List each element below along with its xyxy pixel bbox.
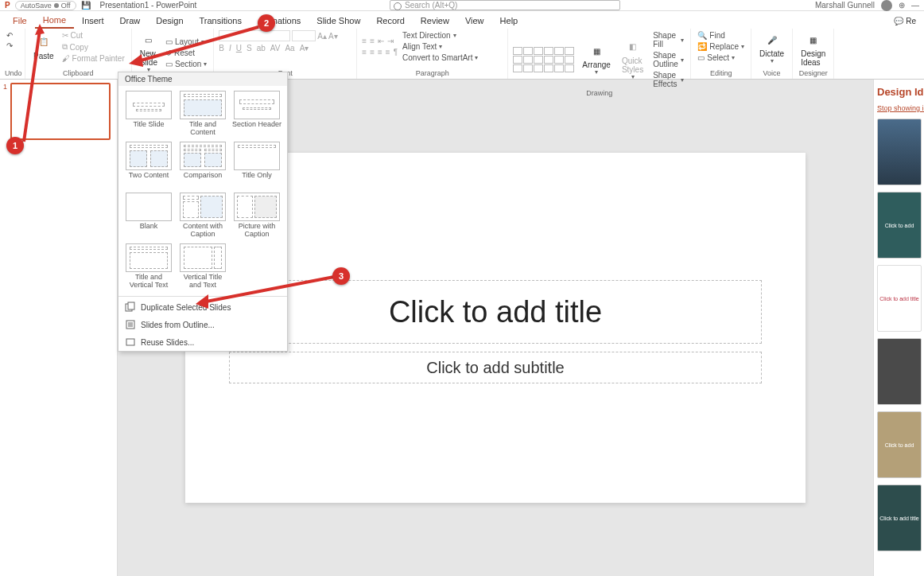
- select-button[interactable]: ▭ Select: [696, 53, 746, 63]
- grow-font-icon[interactable]: A▴: [317, 32, 327, 41]
- duplicate-icon: [125, 302, 136, 313]
- idea-card-2[interactable]: Click to add: [877, 192, 922, 259]
- bullets-icon[interactable]: ≡: [362, 37, 367, 45]
- reuse-slides-item[interactable]: Reuse Slides...: [118, 333, 287, 351]
- convert-smartart-button[interactable]: Convert to SmartArt: [401, 53, 479, 63]
- change-case-button[interactable]: Aa: [285, 44, 294, 53]
- comments-label: Re: [906, 17, 916, 25]
- select-label: Select: [707, 53, 729, 62]
- tab-review[interactable]: Review: [413, 14, 457, 28]
- window-max-icon[interactable]: —: [911, 1, 919, 10]
- callout-2: 2: [258, 14, 275, 32]
- align-text-button[interactable]: Align Text: [401, 41, 479, 52]
- arrange-icon: ▦: [588, 43, 604, 59]
- layout-picture-caption[interactable]: Picture with Caption: [231, 193, 282, 239]
- user-name[interactable]: Marshall Gunnell: [815, 1, 875, 10]
- svg-line-9: [135, 27, 258, 62]
- arrange-button[interactable]: ▦Arrange: [579, 41, 614, 78]
- design-ideas-button[interactable]: ▦Design Ideas: [798, 30, 829, 68]
- ideas-title: Design Ideas: [877, 86, 921, 98]
- tab-slideshow[interactable]: Slide Show: [309, 14, 368, 28]
- replace-label: Replace: [709, 42, 739, 51]
- autosave-dot-icon: [54, 3, 59, 8]
- shrink-font-icon[interactable]: A▾: [328, 32, 338, 41]
- shape-outline-button[interactable]: Shape Outline: [651, 50, 685, 69]
- line-spacing-icon[interactable]: ¶: [394, 48, 398, 56]
- search-placeholder: Search (Alt+Q): [405, 1, 457, 10]
- font-color-button[interactable]: A▾: [300, 44, 309, 53]
- ideas-stop-link[interactable]: Stop showing ideas for: [877, 104, 921, 112]
- idea-card-1[interactable]: [877, 119, 922, 185]
- subtitle-placeholder[interactable]: Click to add subtitle: [229, 352, 762, 383]
- svg-line-11: [202, 277, 334, 302]
- svg-marker-10: [129, 54, 143, 67]
- svg-marker-12: [196, 294, 208, 309]
- tab-record[interactable]: Record: [368, 14, 412, 28]
- align-left-icon[interactable]: ≡: [362, 48, 367, 56]
- callout-1: 1: [6, 137, 24, 154]
- layout-blank[interactable]: Blank: [123, 193, 174, 239]
- designer-group-label: Designer: [798, 69, 829, 79]
- tab-help[interactable]: Help: [492, 14, 526, 28]
- outline-icon: [125, 319, 136, 330]
- convert-smartart-label: Convert to SmartArt: [402, 53, 472, 62]
- callout-3: 3: [332, 267, 350, 285]
- idea-card-6[interactable]: Click to add title: [877, 485, 922, 551]
- svg-rect-1: [128, 302, 134, 309]
- slide-panel[interactable]: 1: [0, 80, 118, 576]
- find-button[interactable]: 🔍 Find: [696, 30, 746, 41]
- layout-label: Title and Vertical Text: [123, 274, 174, 290]
- indent-less-icon[interactable]: ⇤: [378, 37, 384, 45]
- voice-group-label: Voice: [756, 69, 787, 79]
- idea-card-3[interactable]: Click to add title: [877, 265, 922, 332]
- dictate-button[interactable]: 🎤Dictate: [756, 30, 787, 67]
- align-center-icon[interactable]: ≡: [370, 48, 375, 56]
- layout-label: Title Only: [242, 172, 272, 188]
- layout-label: Blank: [140, 223, 158, 239]
- layout-content-caption[interactable]: Content with Caption: [177, 193, 228, 239]
- comments-button[interactable]: 💬 Re: [891, 15, 919, 27]
- app-icon: P: [5, 1, 10, 10]
- arrow-3: [191, 270, 350, 310]
- dictate-label: Dictate: [759, 49, 784, 58]
- replace-button[interactable]: 🔁 Replace: [696, 41, 746, 52]
- title-bar: P AutoSave Off 💾 Presentation1 - PowerPo…: [0, 0, 924, 11]
- svg-rect-6: [126, 339, 134, 345]
- autosave-label: AutoSave: [21, 2, 52, 10]
- justify-icon[interactable]: ≡: [386, 48, 390, 56]
- numbering-icon[interactable]: ≡: [370, 37, 375, 45]
- editing-group-label: Editing: [696, 69, 746, 79]
- text-direction-label: Text Direction: [402, 31, 451, 40]
- layout-title-vertical-text[interactable]: Title and Vertical Text: [123, 243, 174, 290]
- char-spacing-button[interactable]: AV: [270, 44, 281, 53]
- shape-fill-button[interactable]: Shape Fill: [651, 30, 685, 49]
- reuse-icon: [125, 337, 136, 348]
- idea-card-5[interactable]: Click to add: [877, 411, 922, 478]
- align-text-label: Align Text: [402, 42, 437, 51]
- search-input[interactable]: Search (Alt+Q): [390, 0, 620, 10]
- window-min-icon[interactable]: ⊕: [899, 1, 905, 10]
- find-label: Find: [709, 31, 724, 40]
- quick-styles-icon: ◧: [625, 39, 641, 55]
- indent-more-icon[interactable]: ⇥: [387, 37, 394, 45]
- quick-styles-button[interactable]: ◧Quick Styles: [619, 37, 646, 83]
- text-direction-button[interactable]: Text Direction: [401, 30, 479, 41]
- avatar[interactable]: [881, 0, 892, 11]
- layout-label: Two Content: [129, 172, 169, 188]
- doc-title: Presentation1 - PowerPoint: [100, 1, 197, 10]
- slides-from-outline-item[interactable]: Slides from Outline...: [118, 316, 287, 333]
- paragraph-group-label: Paragraph: [362, 69, 503, 79]
- arrange-label: Arrange: [582, 60, 611, 69]
- shape-outline-label: Shape Outline: [653, 51, 678, 68]
- shape-gallery[interactable]: [513, 47, 574, 72]
- autosave-toggle[interactable]: AutoSave Off: [15, 1, 76, 10]
- slide-thumb-number: 1: [3, 83, 7, 140]
- design-ideas-icon: ▦: [806, 32, 821, 48]
- layout-label: Picture with Caption: [231, 223, 282, 239]
- tab-view[interactable]: View: [457, 14, 492, 28]
- idea-card-4[interactable]: [877, 338, 922, 405]
- quick-styles-label: Quick Styles: [622, 56, 643, 74]
- shape-fill-label: Shape Fill: [653, 31, 678, 49]
- save-icon[interactable]: 💾: [81, 1, 91, 10]
- align-right-icon[interactable]: ≡: [378, 48, 382, 56]
